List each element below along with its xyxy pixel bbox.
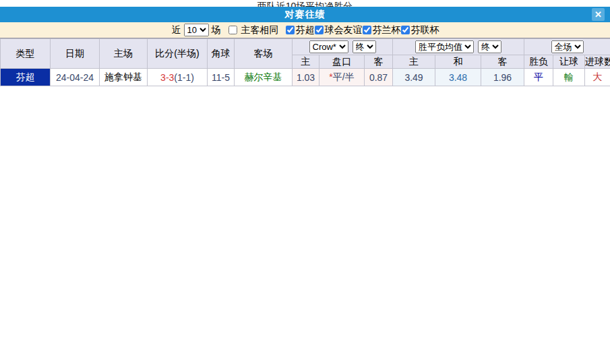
matches-label: 场	[212, 24, 221, 36]
eu-draw-odds-cell: 3.48	[435, 69, 481, 86]
sub-header-ah-line: 盘口	[319, 55, 365, 69]
sub-header-eu-draw: 和	[435, 55, 481, 69]
fulltime-score: 3-3	[160, 72, 174, 83]
league-checkbox-finland-cup[interactable]	[363, 26, 371, 34]
league-label-club-friendly[interactable]: 球会友谊	[325, 24, 363, 36]
goals-result-cell: 大	[585, 69, 610, 86]
result-group-header: 全场	[524, 39, 610, 55]
close-icon[interactable]: ✕	[592, 8, 605, 21]
col-header-away: 客场	[235, 39, 293, 69]
dialog-title-bar: 对赛往绩 ✕	[0, 7, 610, 22]
ah-line-cell: *平/半	[319, 69, 365, 86]
handicap-stage-select[interactable]: 终	[353, 40, 376, 53]
league-label-finland-premier[interactable]: 芬超	[296, 24, 315, 36]
away-team-cell: 赫尔辛基	[235, 69, 293, 86]
score-cell: 3-3(1-1)	[148, 69, 208, 86]
ah-home-odds-cell: 1.03	[293, 69, 319, 86]
europe-odds-group-header: 胜平负均值 终	[393, 39, 524, 55]
league-cell: 芬超	[1, 69, 51, 86]
col-header-corners: 角球	[208, 39, 235, 69]
filter-bar: 近 10 场 主客相同 芬超 球会友谊 芬兰杯 芬联杯	[0, 22, 610, 38]
sub-header-ah-away: 客	[365, 55, 393, 69]
europe-odds-type-select[interactable]: 胜平负均值	[415, 40, 474, 53]
date-cell: 24-04-24	[51, 69, 100, 86]
sub-header-goals: 进球数	[585, 55, 610, 69]
eu-away-odds-cell: 1.96	[481, 69, 524, 86]
handicap-group-header: Crow* 终	[293, 39, 393, 55]
halftime-score: (1-1)	[174, 72, 194, 83]
same-venue-checkbox[interactable]	[228, 26, 237, 34]
same-venue-label[interactable]: 主客相同	[241, 24, 279, 36]
col-header-home: 主场	[100, 39, 148, 69]
league-checkbox-club-friendly[interactable]	[315, 26, 324, 34]
dialog-title: 对赛往绩	[285, 9, 326, 21]
near-label: 近	[172, 24, 181, 36]
match-count-select[interactable]: 10	[184, 24, 209, 36]
clipped-header-text: 两队近10场平均净胜分	[0, 0, 610, 7]
col-header-type: 类型	[1, 39, 51, 69]
europe-odds-stage-select[interactable]: 终	[478, 40, 501, 53]
ah-away-odds-cell: 0.87	[365, 69, 393, 86]
wdl-result-cell: 平	[524, 69, 553, 86]
ah-result-cell: 輸	[553, 69, 585, 86]
league-label-finland-league-cup[interactable]: 芬联杯	[411, 24, 439, 36]
league-checkbox-finland-league-cup[interactable]	[401, 26, 410, 34]
col-header-date: 日期	[51, 39, 100, 69]
league-checkbox-finland-premier[interactable]	[286, 26, 295, 34]
ah-line-text: 平/半	[333, 71, 355, 82]
sub-header-ah-result: 让球	[553, 55, 585, 69]
eu-home-odds-cell: 3.49	[393, 69, 435, 86]
league-label-finland-cup[interactable]: 芬兰杯	[373, 24, 401, 36]
handicap-company-select[interactable]: Crow*	[309, 40, 348, 53]
table-row: 芬超 24-04-24 施拿钟基 3-3(1-1) 11-5 赫尔辛基 1.03…	[1, 69, 610, 86]
col-header-score: 比分(半场)	[148, 39, 208, 69]
result-scope-select[interactable]: 全场	[551, 40, 584, 53]
sub-header-wdl: 胜负	[524, 55, 553, 69]
corners-cell: 11-5	[208, 69, 235, 86]
h2h-table: 类型 日期 主场 比分(半场) 角球 客场 Crow* 终 胜平负均值 终	[0, 38, 610, 86]
sub-header-eu-home: 主	[393, 55, 435, 69]
sub-header-ah-home: 主	[293, 55, 319, 69]
home-team-cell: 施拿钟基	[100, 69, 148, 86]
sub-header-eu-away: 客	[481, 55, 524, 69]
